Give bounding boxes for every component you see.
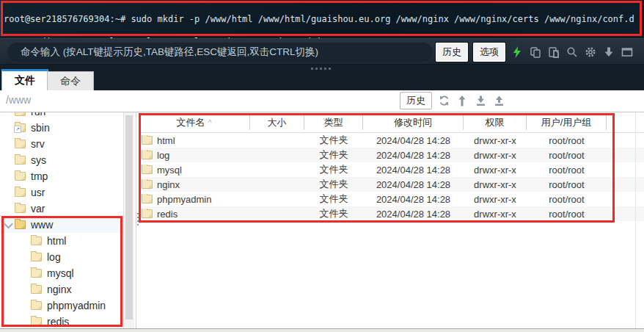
search-icon[interactable] <box>566 46 579 59</box>
terminal-output[interactable]: root@ser218576769304:~# sudo mkdir -p /w… <box>0 0 644 38</box>
folder-icon <box>31 317 42 326</box>
folder-icon <box>142 136 153 145</box>
folder-icon <box>142 195 153 203</box>
table-row[interactable]: phpmyadmin 文件夹 2024/04/28 14:28 drwxr-xr… <box>139 192 644 206</box>
command-input[interactable]: 命令输入 (按ALT键提示历史,TAB键路径,ESC键返回,双击CTRL切换) <box>7 43 433 62</box>
tree-scrollbar-thumb[interactable] <box>125 115 133 320</box>
window-icon[interactable] <box>621 46 634 59</box>
sort-ascending-icon: ^ <box>208 118 211 127</box>
folder-icon <box>15 188 26 197</box>
table-row[interactable]: mysql 文件夹 2024/04/28 14:28 drwxr-xr-x ro… <box>139 162 644 177</box>
folder-icon <box>15 112 26 116</box>
chevron-down-icon[interactable] <box>4 220 13 229</box>
table-header: 文件名^ 大小 类型 修改时间 权限 用户/用户组 <box>139 112 644 133</box>
folder-icon <box>15 204 26 213</box>
download-icon[interactable] <box>474 94 487 107</box>
options-button[interactable]: 选项 <box>473 43 505 62</box>
tree-item-sys[interactable]: sys <box>0 152 123 168</box>
tab-files[interactable]: 文件 <box>1 69 48 90</box>
folder-icon <box>15 172 26 181</box>
column-header-type[interactable]: 类型 <box>304 115 363 130</box>
path-bar: /www 历史 <box>0 90 644 112</box>
folder-icon <box>31 301 42 310</box>
table-row[interactable]: nginx 文件夹 2024/04/28 14:28 drwxr-xr-x ro… <box>139 177 644 192</box>
tree-item-nginx[interactable]: nginx <box>0 281 123 297</box>
column-header-mtime[interactable]: 修改时间 <box>363 115 464 130</box>
column-header-owner[interactable]: 用户/用户组 <box>527 115 607 130</box>
folder-icon <box>31 269 42 278</box>
paste-icon[interactable] <box>547 46 560 59</box>
tree-scrollbar[interactable] <box>123 112 134 328</box>
file-table: 文件名^ 大小 类型 修改时间 权限 用户/用户组 html 文件夹 2024/… <box>139 112 644 328</box>
lightning-icon[interactable] <box>511 46 524 59</box>
tree-item-html[interactable]: html <box>0 233 123 249</box>
folder-icon <box>142 209 153 218</box>
tree-item-www[interactable]: www <box>0 217 123 233</box>
tree-item-phpmyadmin[interactable]: phpmyadmin <box>0 297 123 314</box>
window-bottom-edge <box>0 328 644 332</box>
copy-icon[interactable] <box>529 46 542 59</box>
tree-item-tmp[interactable]: tmp <box>0 168 123 184</box>
folder-icon <box>31 253 42 261</box>
path-history-button[interactable]: 历史 <box>400 92 432 109</box>
symlink-arrow-icon: ↗ <box>14 126 21 133</box>
up-arrow-icon[interactable] <box>455 94 469 107</box>
upload-icon[interactable] <box>492 94 505 107</box>
folder-icon <box>142 180 153 189</box>
terminal-line: root@ser218576769304:~# sudo mkdir -p /w… <box>4 14 644 26</box>
open-folder-icon <box>15 220 26 229</box>
folder-icon <box>142 165 153 174</box>
tree-item-usr[interactable]: usr <box>0 184 123 201</box>
table-row[interactable]: redis 文件夹 2024/04/28 14:28 drwxr-xr-x ro… <box>139 206 644 221</box>
folder-icon <box>31 285 42 294</box>
tree-item-mysql[interactable]: mysql <box>0 265 123 281</box>
folder-symlink-icon: ↗ <box>15 123 26 132</box>
current-path[interactable]: /www <box>6 94 31 106</box>
tree-item-run[interactable]: run <box>0 112 123 120</box>
column-header-size[interactable]: 大小 <box>250 115 304 130</box>
command-input-placeholder: 命令输入 (按ALT键提示历史,TAB键路径,ESC键返回,双击CTRL切换) <box>21 46 318 59</box>
history-button[interactable]: 历史 <box>436 43 468 62</box>
column-header-perm[interactable]: 权限 <box>464 115 527 130</box>
tree-item-sbin[interactable]: ↗sbin <box>0 120 123 136</box>
refresh-icon[interactable] <box>437 94 450 107</box>
tree-item-redis[interactable]: redis <box>0 314 123 328</box>
table-row[interactable]: log 文件夹 2024/04/28 14:28 drwxr-xr-x root… <box>139 148 644 162</box>
horizontal-splitter-grip[interactable] <box>311 68 331 70</box>
column-header-filename[interactable]: 文件名^ <box>139 115 250 130</box>
tab-commands[interactable]: 命令 <box>47 71 94 90</box>
panel-tab-strip: 文件 命令 <box>0 65 644 90</box>
download-arrow-icon[interactable] <box>602 46 615 59</box>
tree-item-log[interactable]: log <box>0 249 123 265</box>
folder-icon <box>15 140 26 148</box>
folder-icon <box>15 156 26 165</box>
tree-item-var[interactable]: var <box>0 201 123 217</box>
folder-icon <box>142 151 153 159</box>
folder-icon <box>31 237 42 245</box>
table-row[interactable]: html 文件夹 2024/04/28 14:28 drwxr-xr-x roo… <box>139 133 644 148</box>
table-scrollbar-track <box>635 112 636 328</box>
command-bar: 命令输入 (按ALT键提示历史,TAB键路径,ESC键返回,双击CTRL切换) … <box>0 38 644 65</box>
gear-icon[interactable] <box>584 46 597 59</box>
tree-item-srv[interactable]: srv <box>0 136 123 152</box>
directory-tree: run ↗sbin srv sys tmp usr var www html l… <box>0 112 123 328</box>
